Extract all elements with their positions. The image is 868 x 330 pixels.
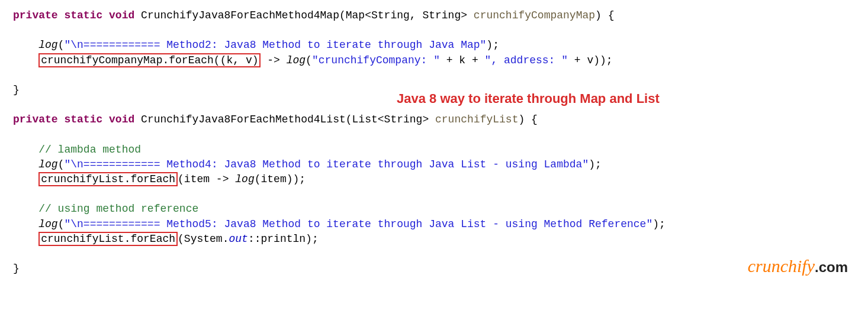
type-list: List<String> (352, 114, 429, 125)
string-1: "\n============ Method2: Java8 Method to… (64, 39, 486, 51)
method1-name: CrunchifyJava8ForEachMethod4Map (141, 9, 339, 21)
brand-suffix: .com (815, 259, 848, 275)
ref-out: out (229, 233, 247, 245)
kw-static-2: static (64, 114, 102, 125)
string-3: "\n============ Method4: Java8 Method to… (64, 158, 589, 170)
log-call-1: log (38, 39, 57, 51)
param-list: crunchifyList (435, 114, 518, 125)
param-map: crunchifyCompanyMap (474, 9, 595, 21)
kw-void-2: void (109, 114, 134, 125)
kw-static: static (64, 9, 102, 21)
concat-1: + k + (440, 54, 485, 66)
arrow-1: -> (261, 54, 286, 66)
log-call-3: log (38, 158, 57, 170)
ref-rest: ::println); (248, 233, 319, 245)
ref-system: (System. (178, 233, 229, 245)
code-block: private static void CrunchifyJava8ForEac… (13, 8, 855, 276)
title-annotation: Java 8 way to iterate through Map and Li… (397, 90, 660, 108)
highlight-box-1: crunchifyCompanyMap.forEach((k, v) (38, 53, 261, 67)
method2-name: CrunchifyJava8ForEachMethod4List (141, 114, 346, 125)
string-2b: ", address: " (485, 54, 568, 66)
log-call-4: log (235, 173, 254, 185)
string-2a: "crunchifyCompany: " (312, 54, 440, 66)
highlight-box-2: crunchifyList.forEach (38, 172, 178, 186)
watermark: crunchify.com (748, 254, 848, 279)
string-4: "\n============ Method5: Java8 Method to… (64, 218, 652, 230)
kw-private: private (13, 9, 58, 21)
type-map: Map<String, String> (346, 9, 467, 21)
log-call-5: log (38, 218, 57, 230)
kw-void: void (109, 9, 134, 21)
brand-name: crunchify (748, 256, 815, 276)
highlight-box-3: crunchifyList.forEach (38, 232, 178, 246)
lambda-open: (item -> (178, 173, 235, 185)
concat-2: + v)); (568, 54, 613, 66)
lambda-rest: (item)); (255, 173, 306, 185)
comment-1: // lambda method (38, 144, 141, 156)
kw-private-2: private (13, 114, 58, 125)
comment-2: // using method reference (38, 203, 198, 215)
log-call-2: log (287, 54, 306, 66)
